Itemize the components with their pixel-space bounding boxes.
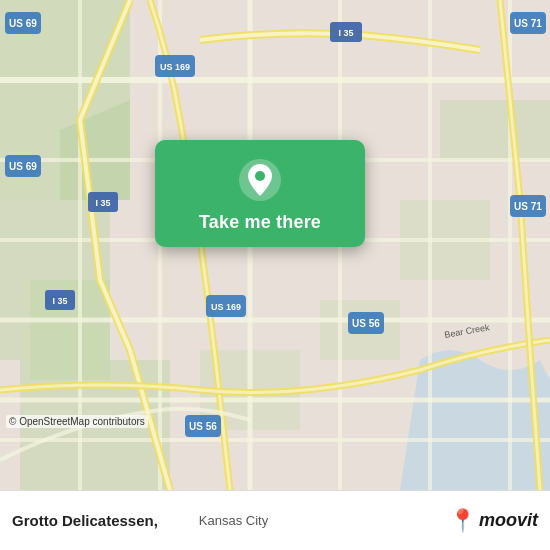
take-me-there-button[interactable]: Take me there bbox=[199, 212, 321, 233]
svg-text:I 35: I 35 bbox=[52, 296, 67, 306]
svg-text:US 56: US 56 bbox=[352, 318, 380, 329]
svg-text:US 56: US 56 bbox=[189, 421, 217, 432]
svg-text:US 69: US 69 bbox=[9, 18, 37, 29]
svg-point-46 bbox=[255, 171, 265, 181]
svg-text:US 169: US 169 bbox=[211, 302, 241, 312]
svg-rect-9 bbox=[440, 100, 550, 160]
bottom-bar: Grotto Delicatessen, Kansas City 📍 moovi… bbox=[0, 490, 550, 550]
location-name: Grotto Delicatessen, bbox=[12, 512, 193, 529]
map-container: US 69 US 69 US 169 US 169 I 35 I 35 I 35… bbox=[0, 0, 550, 490]
location-city: Kansas City bbox=[199, 513, 268, 528]
svg-text:US 69: US 69 bbox=[9, 161, 37, 172]
moovit-pin-icon: 📍 bbox=[449, 510, 476, 532]
svg-text:US 71: US 71 bbox=[514, 18, 542, 29]
location-pin-icon bbox=[238, 158, 282, 202]
svg-text:I 35: I 35 bbox=[338, 28, 353, 38]
moovit-brand-text: moovit bbox=[479, 510, 538, 531]
moovit-logo: 📍 moovit bbox=[449, 510, 538, 532]
svg-text:US 169: US 169 bbox=[160, 62, 190, 72]
svg-text:I 35: I 35 bbox=[95, 198, 110, 208]
svg-text:US 71: US 71 bbox=[514, 201, 542, 212]
popup-card[interactable]: Take me there bbox=[155, 140, 365, 247]
map-copyright: © OpenStreetMap contributors bbox=[6, 415, 148, 428]
